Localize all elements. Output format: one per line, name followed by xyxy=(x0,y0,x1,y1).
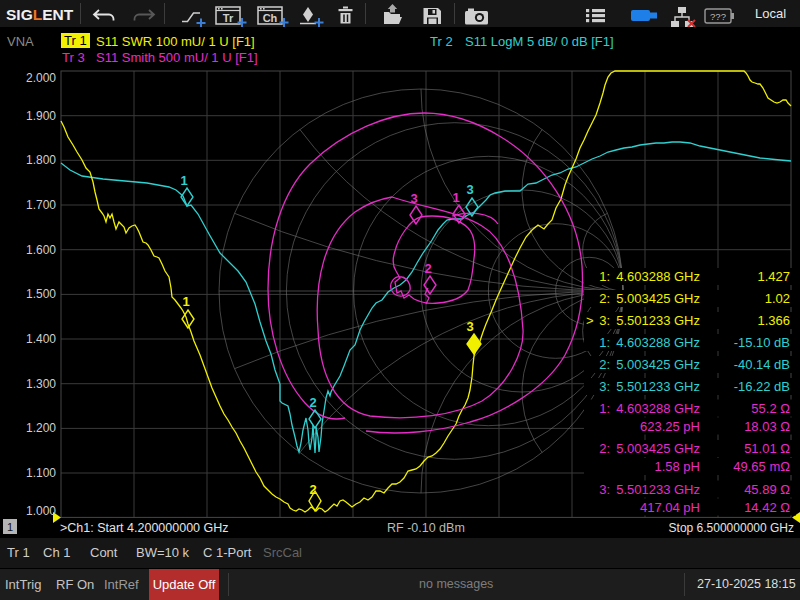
svg-text:-16.22 dB: -16.22 dB xyxy=(734,379,790,394)
svg-text:5.003425 GHz: 5.003425 GHz xyxy=(616,291,700,306)
svg-text:51.01 Ω: 51.01 Ω xyxy=(744,441,790,456)
svg-text:1.300: 1.300 xyxy=(26,377,56,391)
svg-text:3:: 3: xyxy=(599,379,610,394)
svg-text:14.42 Ω: 14.42 Ω xyxy=(744,500,790,515)
svg-text:-40.14 dB: -40.14 dB xyxy=(734,357,790,372)
svg-text:-15.10 dB: -15.10 dB xyxy=(734,335,790,350)
svg-text:2:: 2: xyxy=(599,291,610,306)
svg-text:Ch: Ch xyxy=(263,12,278,24)
svg-text:623.25 pH: 623.25 pH xyxy=(640,419,700,434)
svg-text:1.700: 1.700 xyxy=(26,198,56,212)
svg-text:2: 2 xyxy=(309,395,316,410)
svg-text:???: ??? xyxy=(710,11,726,22)
svg-text:1.200: 1.200 xyxy=(26,421,56,435)
svg-text:2: 2 xyxy=(309,482,316,497)
svg-text:45.89 Ω: 45.89 Ω xyxy=(744,482,790,497)
svg-text:417.04 pH: 417.04 pH xyxy=(640,500,700,515)
svg-text:1.366: 1.366 xyxy=(757,313,790,328)
svg-text:1.600: 1.600 xyxy=(26,243,56,257)
svg-text:1.02: 1.02 xyxy=(765,291,790,306)
svg-text:4.603288 GHz: 4.603288 GHz xyxy=(616,269,700,284)
svg-text:1:: 1: xyxy=(599,269,610,284)
svg-text:5.003425 GHz: 5.003425 GHz xyxy=(616,441,700,456)
svg-text:2:: 2: xyxy=(599,357,610,372)
svg-text:5.003425 GHz: 5.003425 GHz xyxy=(616,357,700,372)
svg-text:5.501233 GHz: 5.501233 GHz xyxy=(616,379,700,394)
svg-text:4.603288 GHz: 4.603288 GHz xyxy=(616,335,700,350)
svg-text:2: 2 xyxy=(424,261,431,276)
svg-text:1.58 pH: 1.58 pH xyxy=(654,459,700,474)
svg-text:1: 1 xyxy=(452,190,459,205)
svg-text:1:: 1: xyxy=(599,335,610,350)
svg-text:1.900: 1.900 xyxy=(26,109,56,123)
svg-text:2.000: 2.000 xyxy=(26,71,56,85)
svg-text:18.03 Ω: 18.03 Ω xyxy=(744,419,790,434)
svg-text:1.400: 1.400 xyxy=(26,332,56,346)
svg-text:1:: 1: xyxy=(599,401,610,416)
svg-text:1: 1 xyxy=(180,173,187,188)
svg-text:4.603288 GHz: 4.603288 GHz xyxy=(616,401,700,416)
svg-text:49.65 mΩ: 49.65 mΩ xyxy=(733,459,790,474)
svg-text:Tr: Tr xyxy=(223,12,234,24)
svg-text:1.500: 1.500 xyxy=(26,287,56,301)
svg-text:5.501233 GHz: 5.501233 GHz xyxy=(616,313,700,328)
svg-text:3:: 3: xyxy=(599,313,610,328)
svg-text:1: 1 xyxy=(7,521,13,533)
svg-text:Stop 6.500000000 GHz: Stop 6.500000000 GHz xyxy=(669,521,794,535)
svg-text:>: > xyxy=(586,313,594,328)
svg-text:RF -0.10 dBm: RF -0.10 dBm xyxy=(387,521,465,535)
svg-text:1.800: 1.800 xyxy=(26,153,56,167)
svg-text:3:: 3: xyxy=(599,482,610,497)
svg-text:55.2 Ω: 55.2 Ω xyxy=(751,401,790,416)
svg-text:5.501233 GHz: 5.501233 GHz xyxy=(616,482,700,497)
svg-text:1: 1 xyxy=(182,294,189,309)
svg-text:1.000: 1.000 xyxy=(26,504,56,518)
svg-text:2:: 2: xyxy=(599,441,610,456)
svg-text:>Ch1: Start 4.200000000 GHz: >Ch1: Start 4.200000000 GHz xyxy=(60,521,229,535)
svg-text:3: 3 xyxy=(466,182,473,197)
svg-text:1.100: 1.100 xyxy=(26,466,56,480)
svg-text:3: 3 xyxy=(466,319,473,334)
svg-text:3: 3 xyxy=(410,191,417,206)
svg-text:1.427: 1.427 xyxy=(757,269,790,284)
